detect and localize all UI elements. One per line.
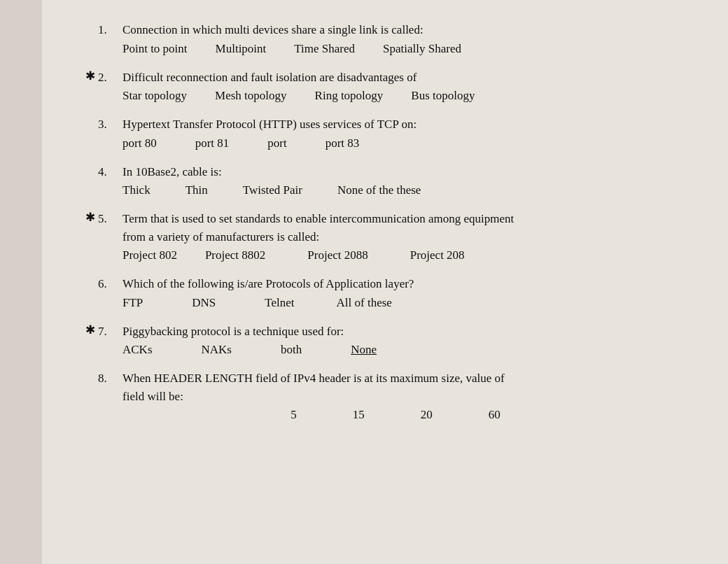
q8-options: 5 15 20 60	[98, 408, 693, 422]
q2-options: Star topology Mesh topology Ring topolog…	[98, 89, 693, 103]
q1-text: Connection in which multi devices share …	[122, 21, 693, 39]
q5-option-1: Project 802	[122, 248, 177, 262]
q1-option-2: Multipoint	[216, 42, 267, 56]
q7-star: ✱	[85, 323, 95, 337]
question-2: ✱ 2. Difficult reconnection and fault is…	[98, 69, 693, 104]
q5-number: 5.	[98, 210, 122, 228]
q2-star: ✱	[85, 69, 95, 83]
q5-option-3: Project 2088	[307, 248, 368, 262]
q5-option-4: Project 208	[410, 248, 465, 262]
q2-option-1: Star topology	[122, 89, 187, 103]
q1-option-3: Time Shared	[294, 42, 355, 56]
q6-options: FTP DNS Telnet All of these	[98, 296, 693, 310]
q3-option-3: port	[267, 136, 286, 150]
q2-option-2: Mesh topology	[215, 89, 286, 103]
q7-number: 7.	[98, 323, 122, 341]
question-8: 8. When HEADER LENGTH field of IPv4 head…	[98, 369, 693, 422]
page-content: 1. Connection in which multi devices sha…	[42, 0, 728, 564]
q1-option-1: Point to point	[122, 42, 188, 56]
q5-star: ✱	[85, 210, 95, 225]
q7-option-4: None	[351, 343, 377, 357]
q8-number: 8.	[98, 369, 122, 388]
q7-option-3: both	[281, 343, 302, 357]
question-6: 6. Which of the following is/are Protoco…	[98, 275, 693, 310]
q8-option-4: 60	[489, 408, 500, 422]
question-4: 4. In 10Base2, cable is: Thick Thin Twis…	[98, 163, 693, 198]
q6-text: Which of the following is/are Protocols …	[122, 275, 693, 293]
q4-options: Thick Thin Twisted Pair None of the thes…	[98, 183, 693, 197]
q7-option-1: ACKs	[122, 343, 153, 357]
q4-option-3: Twisted Pair	[243, 183, 302, 197]
q2-text: Difficult reconnection and fault isolati…	[122, 69, 693, 87]
q4-number: 4.	[98, 163, 122, 181]
q5-option-2: Project 8802	[205, 248, 265, 262]
q3-option-2: port 81	[195, 136, 230, 150]
q6-option-3: Telnet	[265, 296, 294, 310]
q3-options: port 80 port 81 port port 83	[98, 136, 693, 150]
q5-text-line1: Term that is used to set standards to en…	[122, 210, 693, 228]
q6-option-4: All of these	[337, 296, 392, 310]
q8-option-2: 15	[353, 408, 365, 422]
q3-number: 3.	[98, 115, 122, 134]
q1-option-4: Spatially Shared	[383, 42, 461, 56]
question-5: ✱ 5. Term that is used to set standards …	[98, 210, 693, 262]
q8-text-line1: When HEADER LENGTH field of IPv4 header …	[122, 369, 693, 388]
q5-options: Project 802 Project 8802 Project 2088 Pr…	[98, 248, 693, 262]
q3-option-1: port 80	[122, 136, 157, 150]
q7-option-2: NAKs	[202, 343, 232, 357]
q6-number: 6.	[98, 275, 122, 293]
q8-text-line2: field will be:	[98, 388, 693, 406]
q7-options: ACKs NAKs both None	[98, 343, 693, 357]
q1-options: Point to point Multipoint Time Shared Sp…	[98, 42, 693, 56]
question-3: 3. Hypertext Transfer Protocol (HTTP) us…	[98, 115, 693, 150]
q2-option-3: Ring topology	[315, 89, 384, 103]
question-7: ✱ 7. Piggybacking protocol is a techniqu…	[98, 323, 693, 358]
q2-option-4: Bus topology	[411, 89, 475, 103]
q3-option-4: port 83	[326, 136, 360, 150]
q8-option-3: 20	[421, 408, 433, 422]
q1-number: 1.	[98, 21, 122, 39]
q4-option-4: None of the these	[337, 183, 421, 197]
q4-option-1: Thick	[122, 183, 150, 197]
question-1: 1. Connection in which multi devices sha…	[98, 21, 693, 56]
q3-text: Hypertext Transfer Protocol (HTTP) uses …	[122, 115, 693, 134]
q5-text-line2: from a variety of manufacturers is calle…	[98, 228, 693, 246]
q6-option-1: FTP	[122, 296, 143, 310]
q4-option-2: Thin	[186, 183, 208, 197]
q2-number: 2.	[98, 69, 122, 87]
q4-text: In 10Base2, cable is:	[122, 163, 693, 181]
q6-option-2: DNS	[192, 296, 216, 310]
q7-text: Piggybacking protocol is a technique use…	[122, 323, 693, 341]
q8-option-1: 5	[290, 408, 297, 422]
